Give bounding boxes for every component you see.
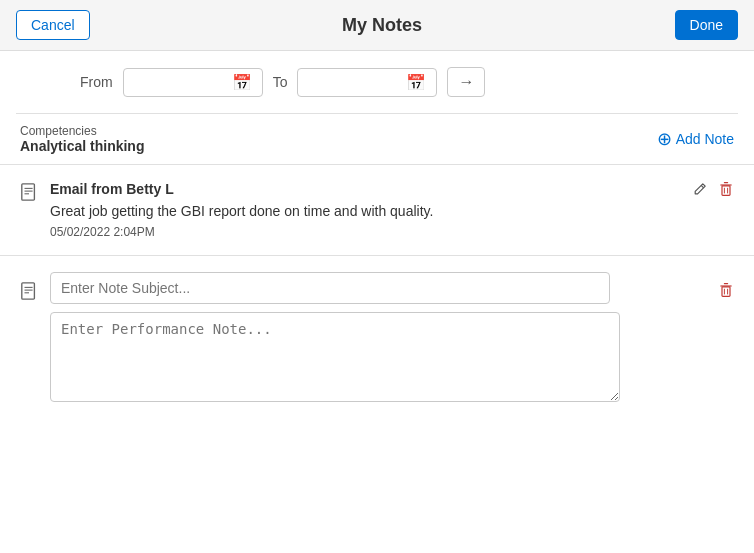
- from-label: From: [80, 74, 113, 90]
- plus-circle-icon: ⊕: [657, 128, 672, 150]
- svg-rect-9: [22, 283, 35, 299]
- note-content: Email from Betty L Great job getting the…: [50, 181, 680, 239]
- svg-rect-4: [722, 186, 730, 196]
- note-title: Email from Betty L: [50, 181, 680, 197]
- delete-new-note-button[interactable]: [718, 282, 734, 302]
- to-calendar-icon[interactable]: 📅: [406, 73, 426, 92]
- note-body-textarea[interactable]: [50, 312, 620, 402]
- add-note-label: Add Note: [676, 131, 734, 147]
- delete-note-button[interactable]: [718, 181, 734, 201]
- date-filter-row: From 📅 To 📅 →: [0, 51, 754, 113]
- note-subject-input[interactable]: [50, 272, 610, 304]
- competency-value: Analytical thinking: [20, 138, 144, 154]
- note-actions: [692, 181, 734, 201]
- competency-section-label: Competencies: [20, 124, 144, 138]
- note-card: Email from Betty L Great job getting the…: [0, 165, 754, 256]
- cancel-button[interactable]: Cancel: [16, 10, 90, 40]
- done-button[interactable]: Done: [675, 10, 738, 40]
- competency-row: Competencies Analytical thinking ⊕ Add N…: [0, 114, 754, 165]
- note-doc-icon: [20, 183, 38, 206]
- to-date-input-wrap[interactable]: 📅: [297, 68, 437, 97]
- edit-note-button[interactable]: [692, 181, 708, 201]
- add-note-button[interactable]: ⊕ Add Note: [657, 128, 734, 150]
- competency-info: Competencies Analytical thinking: [20, 124, 144, 154]
- go-arrow-button[interactable]: →: [447, 67, 485, 97]
- note-date: 05/02/2022 2:04PM: [50, 225, 680, 239]
- to-date-input[interactable]: [306, 75, 406, 90]
- to-label: To: [273, 74, 288, 90]
- page-title: My Notes: [342, 15, 422, 36]
- new-note-fields: [50, 272, 706, 402]
- svg-rect-13: [722, 287, 730, 297]
- new-note-delete-wrap: [718, 282, 734, 302]
- svg-rect-0: [22, 184, 35, 200]
- new-note-row: [0, 256, 754, 418]
- note-body: Great job getting the GBI report done on…: [50, 203, 680, 219]
- from-calendar-icon[interactable]: 📅: [232, 73, 252, 92]
- new-note-doc-icon: [20, 282, 38, 305]
- from-date-input-wrap[interactable]: 📅: [123, 68, 263, 97]
- from-date-input[interactable]: [132, 75, 232, 90]
- header: Cancel My Notes Done: [0, 0, 754, 51]
